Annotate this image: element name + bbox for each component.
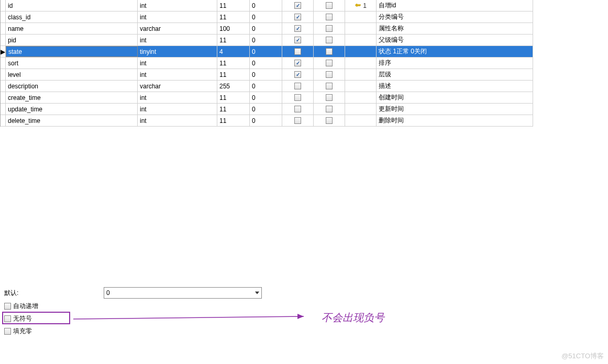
comment-cell[interactable]: 排序: [377, 58, 533, 69]
field-decimals-cell[interactable]: 0: [250, 23, 282, 34]
table-row[interactable]: levelint110层级: [1, 69, 533, 81]
field-name-cell[interactable]: class_id: [6, 12, 138, 22]
field-decimals-cell[interactable]: 0: [250, 81, 282, 92]
comment-cell[interactable]: 描述: [377, 81, 533, 92]
virtual-checkbox[interactable]: [326, 60, 333, 66]
field-type-cell[interactable]: int: [138, 0, 217, 11]
key-cell[interactable]: [345, 92, 377, 103]
not-null-checkbox[interactable]: [294, 48, 301, 55]
comment-cell[interactable]: 分类编号: [377, 12, 533, 22]
field-length-cell[interactable]: 4: [217, 46, 250, 57]
virtual-checkbox[interactable]: [326, 94, 333, 101]
table-row[interactable]: sortint110排序: [1, 58, 533, 69]
comment-cell[interactable]: 属性名称: [377, 23, 533, 34]
virtual-cell[interactable]: [314, 58, 345, 69]
virtual-checkbox[interactable]: [326, 48, 333, 55]
auto-increment-checkbox[interactable]: [4, 303, 11, 310]
key-cell[interactable]: [345, 23, 377, 34]
key-cell[interactable]: [345, 35, 377, 46]
field-type-cell[interactable]: int: [138, 104, 217, 115]
table-row[interactable]: create_timeint110创建时间: [1, 92, 533, 104]
virtual-cell[interactable]: [314, 115, 345, 126]
not-null-cell[interactable]: [282, 46, 314, 57]
field-decimals-cell[interactable]: 0: [250, 69, 282, 80]
field-decimals-cell[interactable]: 0: [250, 0, 282, 11]
not-null-checkbox[interactable]: [294, 25, 301, 32]
field-name-cell[interactable]: update_time: [6, 104, 138, 115]
not-null-cell[interactable]: [282, 35, 314, 46]
not-null-cell[interactable]: [282, 12, 314, 22]
virtual-cell[interactable]: [314, 81, 345, 92]
field-length-cell[interactable]: 11: [217, 104, 250, 115]
field-decimals-cell[interactable]: 0: [250, 104, 282, 115]
not-null-checkbox[interactable]: [294, 106, 301, 112]
virtual-checkbox[interactable]: [326, 2, 333, 9]
key-cell[interactable]: 1: [345, 0, 377, 11]
not-null-checkbox[interactable]: [294, 83, 301, 89]
unsigned-checkbox[interactable]: [4, 315, 11, 322]
virtual-cell[interactable]: [314, 69, 345, 80]
field-length-cell[interactable]: 11: [217, 35, 250, 46]
not-null-cell[interactable]: [282, 58, 314, 69]
virtual-cell[interactable]: [314, 35, 345, 46]
key-cell[interactable]: [345, 12, 377, 22]
not-null-cell[interactable]: [282, 92, 314, 103]
comment-cell[interactable]: 状态 1正常 0关闭: [377, 46, 533, 57]
field-name-cell[interactable]: create_time: [6, 92, 138, 103]
field-name-cell[interactable]: pid: [6, 35, 138, 46]
field-name-cell[interactable]: level: [6, 69, 138, 80]
field-length-cell[interactable]: 11: [217, 115, 250, 126]
key-cell[interactable]: [345, 115, 377, 126]
table-row[interactable]: pidint110父级编号: [1, 35, 533, 46]
not-null-cell[interactable]: [282, 0, 314, 11]
not-null-cell[interactable]: [282, 69, 314, 80]
field-decimals-cell[interactable]: 0: [250, 92, 282, 103]
table-row[interactable]: descriptionvarchar2550描述: [1, 81, 533, 92]
field-name-cell[interactable]: description: [6, 81, 138, 92]
field-length-cell[interactable]: 100: [217, 23, 250, 34]
field-name-cell[interactable]: state: [6, 46, 138, 57]
not-null-checkbox[interactable]: [294, 2, 301, 9]
comment-cell[interactable]: 更新时间: [377, 104, 533, 115]
default-combobox[interactable]: 0: [104, 287, 262, 299]
table-row[interactable]: idint1101自增id: [1, 0, 533, 12]
field-type-cell[interactable]: tinyint: [138, 46, 217, 57]
field-length-cell[interactable]: 11: [217, 12, 250, 22]
field-decimals-cell[interactable]: 0: [250, 46, 282, 57]
comment-cell[interactable]: 删除时间: [377, 115, 533, 126]
virtual-checkbox[interactable]: [326, 117, 333, 124]
field-name-cell[interactable]: sort: [6, 58, 138, 69]
zerofill-checkbox[interactable]: [4, 328, 11, 335]
virtual-checkbox[interactable]: [326, 83, 333, 89]
key-cell[interactable]: [345, 104, 377, 115]
virtual-checkbox[interactable]: [326, 71, 333, 78]
field-decimals-cell[interactable]: 0: [250, 58, 282, 69]
field-name-cell[interactable]: id: [6, 0, 138, 11]
field-type-cell[interactable]: varchar: [138, 23, 217, 34]
zerofill-row[interactable]: 填充零: [4, 325, 423, 337]
field-length-cell[interactable]: 11: [217, 69, 250, 80]
not-null-checkbox[interactable]: [294, 117, 301, 124]
field-name-cell[interactable]: name: [6, 23, 138, 34]
field-length-cell[interactable]: 11: [217, 0, 250, 11]
field-length-cell[interactable]: 11: [217, 92, 250, 103]
field-length-cell[interactable]: 255: [217, 81, 250, 92]
comment-cell[interactable]: 创建时间: [377, 92, 533, 103]
field-decimals-cell[interactable]: 0: [250, 12, 282, 22]
field-type-cell[interactable]: int: [138, 35, 217, 46]
not-null-checkbox[interactable]: [294, 14, 301, 20]
field-type-cell[interactable]: varchar: [138, 81, 217, 92]
fields-table[interactable]: idint1101自增idclass_idint110分类编号namevarch…: [0, 0, 533, 127]
comment-cell[interactable]: 父级编号: [377, 35, 533, 46]
not-null-cell[interactable]: [282, 115, 314, 126]
field-type-cell[interactable]: int: [138, 58, 217, 69]
not-null-checkbox[interactable]: [294, 60, 301, 66]
key-cell[interactable]: [345, 81, 377, 92]
field-length-cell[interactable]: 11: [217, 58, 250, 69]
not-null-cell[interactable]: [282, 104, 314, 115]
field-type-cell[interactable]: int: [138, 12, 217, 22]
comment-cell[interactable]: 自增id: [377, 0, 533, 11]
table-row[interactable]: delete_timeint110删除时间: [1, 115, 533, 127]
comment-cell[interactable]: 层级: [377, 69, 533, 80]
field-decimals-cell[interactable]: 0: [250, 115, 282, 126]
